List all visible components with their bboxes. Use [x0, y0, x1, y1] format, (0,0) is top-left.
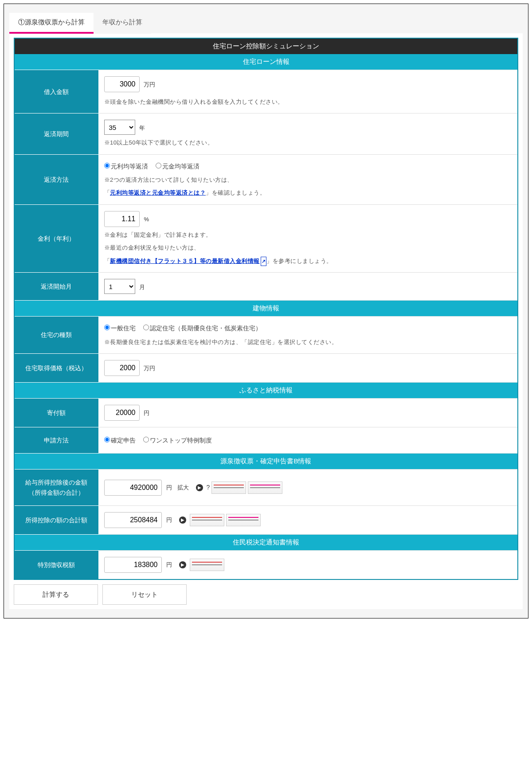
- unit-percent: %: [144, 216, 149, 223]
- label-house-price: 住宅取得価格（税込）: [14, 353, 98, 382]
- input-donation[interactable]: [104, 405, 140, 421]
- label-amount: 借入金額: [14, 70, 98, 113]
- label-income: 給与所得控除後の金額 （所得金額の合計）: [14, 470, 98, 506]
- unit-yen: 円: [166, 515, 172, 525]
- note-method-intro: ※2つの返済方法について詳しく知りたい方は、: [104, 175, 512, 185]
- label-start-month: 返済開始月: [14, 273, 98, 301]
- note-rate1: ※金利は「固定金利」で計算されます。: [104, 230, 512, 240]
- reset-button[interactable]: リセット: [102, 584, 187, 605]
- unit-month: 月: [139, 284, 145, 290]
- radio-house-certified[interactable]: 認定住宅（長期優良住宅・低炭素住宅）: [143, 325, 262, 332]
- thumbnail-jumin[interactable]: [190, 559, 224, 571]
- thumbnail-kakutei[interactable]: [226, 514, 261, 526]
- arrow-right-icon[interactable]: ▶: [179, 517, 186, 524]
- section-jumin: 住民税決定通知書情報: [14, 535, 518, 551]
- input-resident-tax[interactable]: [104, 557, 162, 573]
- tab-annual[interactable]: 年収から計算: [94, 13, 151, 34]
- link-method-help[interactable]: 元利均等返済と元金均等返済とは？: [110, 189, 206, 196]
- label-method: 返済方法: [14, 154, 98, 204]
- note-house-type: ※長期優良住宅または低炭素住宅を検討中の方は、「認定住宅」を選択してください。: [104, 337, 512, 347]
- arrow-right-icon[interactable]: ▶: [179, 561, 186, 568]
- select-start-month[interactable]: 1: [104, 279, 135, 294]
- label-rate: 金利（年利）: [14, 204, 98, 273]
- section-loan: 住宅ローン情報: [14, 54, 518, 70]
- label-apply-method: 申請方法: [14, 427, 98, 453]
- note-amount: ※頭金を除いた金融機関から借り入れる金額を入力してください。: [104, 97, 512, 107]
- unit-manYen: 万円: [144, 365, 155, 372]
- input-amount[interactable]: [104, 76, 140, 92]
- arrow-right-icon[interactable]: ▶: [196, 484, 203, 491]
- calc-button[interactable]: 計算する: [14, 584, 98, 605]
- label-deduction: 所得控除の額の合計額: [14, 506, 98, 535]
- thumbnail-gensen[interactable]: [211, 481, 246, 494]
- unit-yen: 円: [166, 482, 172, 493]
- unit-yen: 円: [166, 560, 172, 570]
- thumbnail-gensen[interactable]: [190, 514, 224, 526]
- radio-house-general[interactable]: 一般住宅: [104, 325, 136, 332]
- radio-apply-kakutei[interactable]: 確定申告: [104, 437, 136, 444]
- unit-yen: 円: [144, 410, 149, 416]
- section-building: 建物情報: [14, 301, 518, 317]
- page-title: 住宅ローン控除額シミュレーション: [14, 38, 518, 54]
- radio-method-ganri[interactable]: 元利均等返済: [104, 163, 148, 170]
- select-period[interactable]: 35: [104, 120, 135, 135]
- thumbnail-kakutei[interactable]: [248, 481, 282, 494]
- input-income[interactable]: [104, 480, 162, 496]
- unit-manYen: 万円: [144, 81, 155, 88]
- form-panel: 住宅ローン控除額シミュレーション 住宅ローン情報 借入金額 万円 ※頭金を除いた…: [9, 33, 523, 609]
- zoom-label: 拡大: [177, 482, 189, 493]
- note-period: ※10以上50年以下で選択してください。: [104, 137, 512, 148]
- note-rate2: ※最近の金利状況を知りたい方は、: [104, 243, 512, 253]
- radio-apply-onestop[interactable]: ワンストップ特例制度: [143, 437, 212, 444]
- label-house-type: 住宅の種類: [14, 317, 98, 354]
- label-period: 返済期間: [14, 113, 98, 154]
- radio-method-gankin[interactable]: 元金均等返済: [156, 163, 200, 170]
- external-link-icon: [260, 258, 267, 264]
- label-resident-tax: 特別徴収税額: [14, 551, 98, 580]
- tab-gensen[interactable]: ①源泉徴収票から計算: [9, 13, 94, 34]
- label-donation: 寄付額: [14, 398, 98, 427]
- link-rate-info[interactable]: 新機構団信付き【フラット３５】等の最新借入金利情報: [110, 258, 266, 264]
- input-deduction[interactable]: [104, 512, 162, 528]
- input-rate[interactable]: [104, 211, 140, 227]
- unit-year: 年: [139, 125, 145, 131]
- section-furusato: ふるさと納税情報: [14, 382, 518, 398]
- section-gensen: 源泉徴収票・確定申告書B情報: [14, 454, 518, 470]
- tabs: ①源泉徴収票から計算 年収から計算: [9, 13, 523, 34]
- input-house-price[interactable]: [104, 360, 140, 376]
